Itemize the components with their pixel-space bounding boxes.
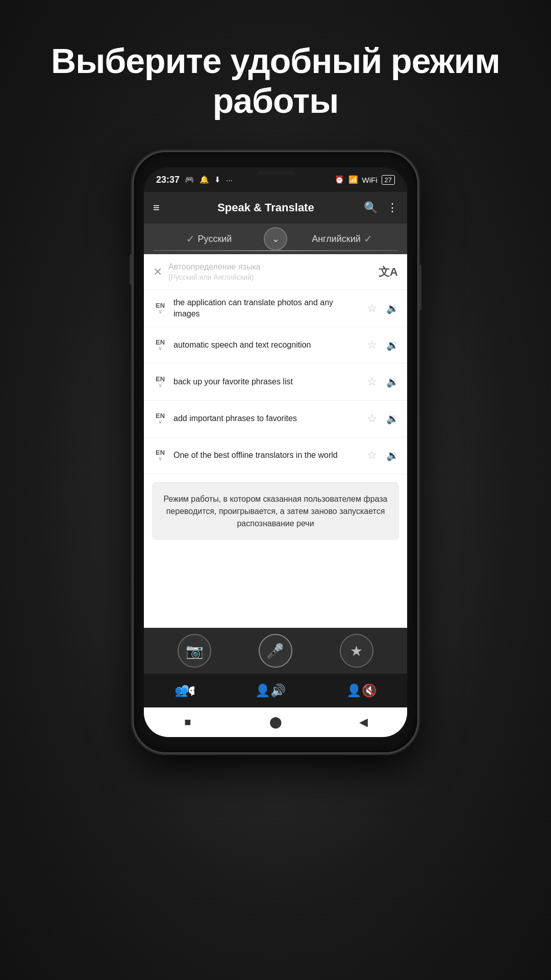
search-input[interactable]: Автоопределение языка (Русский или Англи… (168, 262, 372, 282)
home-button[interactable]: ⬤ (263, 710, 288, 734)
silent-mode-icon: 👤🔇 (346, 683, 377, 698)
close-icon[interactable]: ✕ (153, 265, 162, 279)
back-button[interactable]: ◀ (351, 710, 375, 734)
game-icon: 🎮 (185, 175, 194, 184)
trans-text-2: automatic speech and text recognition (173, 339, 362, 351)
trans-text-1: the application can translate photos and… (173, 297, 362, 319)
mode-tabs-bar: 👥💬 👤🔊 👤🔇 (144, 674, 407, 707)
chevron-down-icon: ⌄ (272, 233, 280, 244)
camera-icon: 📷 (186, 643, 204, 659)
svg-text:👥💬: 👥💬 (175, 685, 194, 697)
battery-icon: 27 (382, 175, 395, 185)
speaker-icon-4[interactable]: 🔉 (386, 412, 399, 425)
more-options-button[interactable]: ⋮ (387, 201, 398, 214)
search-button[interactable]: 🔍 (364, 201, 378, 214)
speaker-icon-2[interactable]: 🔉 (386, 339, 399, 351)
app-bar: ≡ Speak & Translate 🔍 ⋮ (144, 192, 407, 224)
list-item: EN ∨ add important phrases to favorites … (144, 401, 407, 437)
phone-speaker-grill (258, 170, 293, 175)
search-placeholder-line2: (Русский или Английский) (168, 273, 372, 282)
lang-badge-2: EN ∨ (152, 339, 168, 351)
search-placeholder-line1: Автоопределение языка (168, 262, 372, 273)
download-icon: ⬇ (214, 175, 221, 184)
list-item: EN ∨ back up your favorite phrases list … (144, 364, 407, 401)
mode-tab-silent[interactable]: 👤🔇 (346, 683, 377, 698)
wifi-icon: WiFi (362, 176, 378, 184)
microphone-button[interactable]: 🎤 (259, 634, 292, 668)
speak-mode-icon: 👤🔊 (255, 683, 286, 698)
lang-right-name[interactable]: Английский (312, 234, 361, 244)
lang-left-check: ✓ (186, 233, 195, 245)
lang-badge-1: EN ∨ (152, 302, 168, 314)
page-title: Выберите удобный режим работы (20, 41, 531, 120)
stop-button[interactable]: ■ (176, 710, 200, 734)
converse-mode-icon: 👥💬 (174, 683, 194, 698)
speaker-icon-1[interactable]: 🔉 (386, 302, 399, 314)
trans-text-3: back up your favorite phrases list (173, 376, 362, 387)
trans-text-4: add important phrases to favorites (173, 413, 362, 424)
result-text: Режим работы, в котором сказанная пользо… (164, 495, 388, 528)
phone-screen: 23:37 🎮 🔔 ⬇ ··· ⏰ 📶 WiFi 27 ≡ Speak & Tr… (144, 167, 407, 737)
alarm-icon: ⏰ (335, 175, 344, 184)
mode-tab-converse[interactable]: 👥💬 (174, 683, 194, 698)
favorites-button[interactable]: ★ (340, 634, 373, 668)
search-bar: ✕ Автоопределение языка (Русский или Анг… (144, 254, 407, 290)
notification-icon: 🔔 (199, 175, 209, 184)
speaker-icon-3[interactable]: 🔉 (386, 376, 399, 388)
star-icon-5[interactable]: ☆ (367, 449, 377, 462)
list-item: EN ∨ automatic speech and text recogniti… (144, 327, 407, 364)
star-filled-icon: ★ (350, 643, 363, 659)
lang-left-name[interactable]: Русский (198, 234, 232, 244)
lang-badge-4: EN ∨ (152, 412, 168, 425)
translate-icon[interactable]: 文A (379, 264, 398, 280)
bottom-actions-bar: 📷 🎤 ★ (144, 628, 407, 674)
app-title: Speak & Translate (168, 201, 364, 214)
nav-bar: ■ ⬤ ◀ (144, 707, 407, 737)
phone-shell: 23:37 🎮 🔔 ⬇ ··· ⏰ 📶 WiFi 27 ≡ Speak & Tr… (133, 151, 418, 753)
lang-right-check: ✓ (364, 233, 372, 245)
signal-icon: 📶 (348, 175, 358, 184)
mode-tab-speak[interactable]: 👤🔊 (255, 683, 286, 698)
lang-badge-5: EN ∨ (152, 449, 168, 461)
lang-swap-button[interactable]: ⌄ (264, 227, 287, 251)
star-icon-4[interactable]: ☆ (367, 412, 377, 425)
star-icon-1[interactable]: ☆ (367, 302, 377, 315)
translation-list: EN ∨ the application can translate photo… (144, 290, 407, 628)
list-item: EN ∨ One of the best offline translators… (144, 437, 407, 474)
mic-icon: 🎤 (266, 643, 284, 659)
star-icon-2[interactable]: ☆ (367, 338, 377, 352)
language-bar: ✓ Русский ⌄ Английский ✓ (144, 224, 407, 254)
speaker-icon-5[interactable]: 🔉 (386, 449, 399, 461)
lang-badge-3: EN ∨ (152, 376, 168, 388)
status-time: 23:37 (156, 175, 180, 185)
translation-result-box: Режим работы, в котором сказанная пользо… (152, 482, 399, 540)
more-status-icon: ··· (226, 176, 233, 184)
camera-button[interactable]: 📷 (178, 634, 211, 668)
menu-icon[interactable]: ≡ (153, 201, 160, 214)
trans-text-5: One of the best offline translators in t… (173, 450, 362, 461)
star-icon-3[interactable]: ☆ (367, 375, 377, 388)
list-item: EN ∨ the application can translate photo… (144, 290, 407, 327)
